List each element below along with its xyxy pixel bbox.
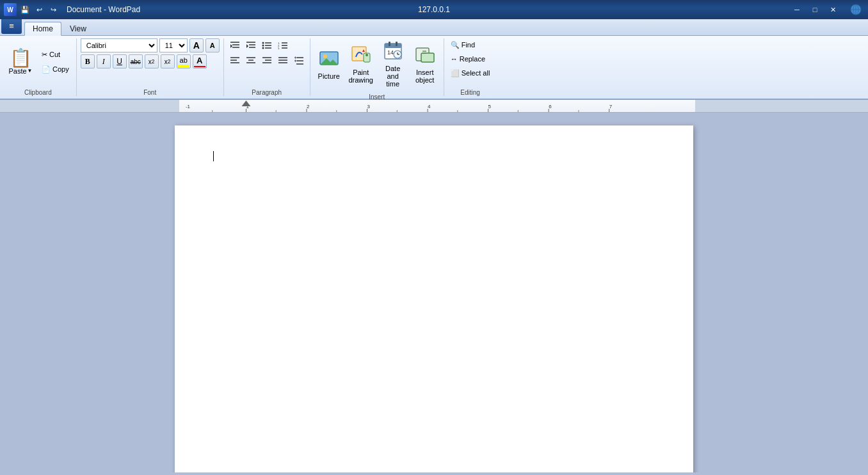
ribbon-group-insert: Picture Paintdrawing [310,38,444,96]
ruler-gray-left [0,100,179,112]
qa-save-button[interactable]: 💾 [19,4,31,15]
decrease-indent-button[interactable] [228,38,242,52]
editing-group-content: 🔍 Find ↔ Replace ⬜ Select all [448,38,493,88]
svg-marker-7 [230,44,232,48]
paste-label-row: Paste ▼ [8,67,32,75]
align-right-button[interactable] [260,54,274,68]
font-size-select[interactable]: 11 [159,38,188,52]
tab-view[interactable]: View [61,21,95,35]
highlight-button[interactable]: ab [177,54,191,68]
subscript-button[interactable]: x2 [145,54,159,68]
copy-icon: 📄 [42,65,51,74]
para-row2 [228,54,306,68]
qa-redo-button[interactable]: ↪ [47,4,59,15]
clipboard-group-label: Clipboard [4,88,72,96]
document-area [0,113,868,472]
svg-rect-56 [421,53,434,62]
font-style-row: B I U abc x2 x2 ab A [81,54,207,68]
line-spacing-button[interactable] [292,54,306,68]
svg-marker-39 [294,56,296,59]
superscript-button[interactable]: x2 [161,54,175,68]
title-bar-left: W 💾 ↩ ↪ Document - WordPad [4,3,140,16]
globe-icon [848,3,864,16]
svg-rect-48 [385,44,401,48]
cut-button[interactable]: ✂ Cut [38,47,72,61]
font-grow-button[interactable]: A [189,38,204,52]
date-time-label: Date andtime [380,65,406,88]
picture-label: Picture [318,72,340,80]
svg-text:5: 5 [488,104,492,109]
align-left-button[interactable] [228,54,242,68]
paint-drawing-icon [351,44,371,68]
insert-object-button[interactable]: Insertobject [410,42,440,86]
tab-home[interactable]: Home [24,22,61,36]
svg-point-42 [323,54,327,58]
replace-label: Replace [460,55,485,63]
select-all-icon: ⬜ [451,69,460,77]
svg-marker-11 [246,44,248,48]
file-icon: ≡ [9,21,14,31]
svg-marker-81 [242,101,251,106]
strikethrough-button[interactable]: abc [129,54,143,68]
underline-button[interactable]: U [113,54,127,68]
date-time-icon: 14 [383,40,403,65]
date-time-button[interactable]: 14 Date andtime [378,38,408,90]
text-cursor [213,151,214,161]
insert-object-label: Insertobject [415,68,434,84]
close-button[interactable]: ✕ [824,3,841,16]
select-all-button[interactable]: ⬜ Select all [448,67,493,79]
paragraph-group-content: 1. 2. 3. [228,38,306,88]
ruler: -1 1 2 3 4 5 6 7 [0,100,868,113]
font-group-content: Calibri 11 A A B I U abc x2 x2 ab [81,38,220,88]
replace-button[interactable]: ↔ Replace [448,52,488,65]
file-button[interactable]: ≡ [1,17,22,34]
paste-label: Paste [8,67,26,75]
numbering-button[interactable]: 1. 2. 3. [276,38,290,52]
paste-dropdown-icon[interactable]: ▼ [28,68,33,74]
cut-label: Cut [49,51,60,58]
svg-point-13 [262,45,264,47]
svg-point-12 [262,42,264,44]
font-name-row: Calibri 11 A A [81,38,220,52]
svg-text:3.: 3. [278,47,280,50]
find-label: Find [462,41,475,49]
font-name-select[interactable]: Calibri [81,38,157,52]
italic-button[interactable]: I [97,54,111,68]
insert-object-icon [415,44,435,68]
minimize-button[interactable]: ─ [789,3,805,16]
paste-button[interactable]: 📋 Paste ▼ [4,47,37,77]
svg-text:14: 14 [387,49,394,56]
svg-rect-50 [396,42,398,46]
copy-button[interactable]: 📄 Copy [38,62,72,76]
ribbon-group-font: Calibri 11 A A B I U abc x2 x2 ab [77,38,224,96]
bullets-button[interactable] [260,38,274,52]
svg-text:6: 6 [549,104,552,109]
insert-group-content: Picture Paintdrawing [314,38,440,92]
font-shrink-button[interactable]: A [205,38,220,52]
paint-drawing-label: Paintdrawing [348,68,373,84]
paint-drawing-button[interactable]: Paintdrawing [346,42,376,86]
increase-indent-button[interactable] [244,38,258,52]
highlight-icon: ab [180,56,188,64]
svg-rect-49 [389,42,390,46]
find-button[interactable]: 🔍 Find [448,38,478,51]
app-icon-text: W [7,6,13,13]
title-bar: W 💾 ↩ ↪ Document - WordPad 127.0.0.1 ─ □… [0,0,868,19]
justify-button[interactable] [276,54,290,68]
window-title: Document - WordPad [67,5,140,14]
clipboard-buttons: 📋 Paste ▼ ✂ Cut 📄 Copy [4,47,72,77]
clipboard-group-content: 📋 Paste ▼ ✂ Cut 📄 Copy [4,38,72,88]
qa-undo-button[interactable]: ↩ [33,4,45,15]
picture-button[interactable]: Picture [314,46,344,82]
svg-marker-40 [294,60,296,62]
font-color-bar [194,66,205,67]
bold-button[interactable]: B [81,54,95,68]
select-all-label: Select all [462,69,490,77]
copy-label: Copy [52,65,69,73]
align-center-button[interactable] [244,54,258,68]
font-color-button[interactable]: A [193,54,207,68]
font-group-label: Font [81,88,220,96]
ribbon-group-editing: 🔍 Find ↔ Replace ⬜ Select all Editing [444,38,497,96]
maximize-button[interactable]: □ [807,3,823,16]
document-page[interactable] [175,125,693,472]
